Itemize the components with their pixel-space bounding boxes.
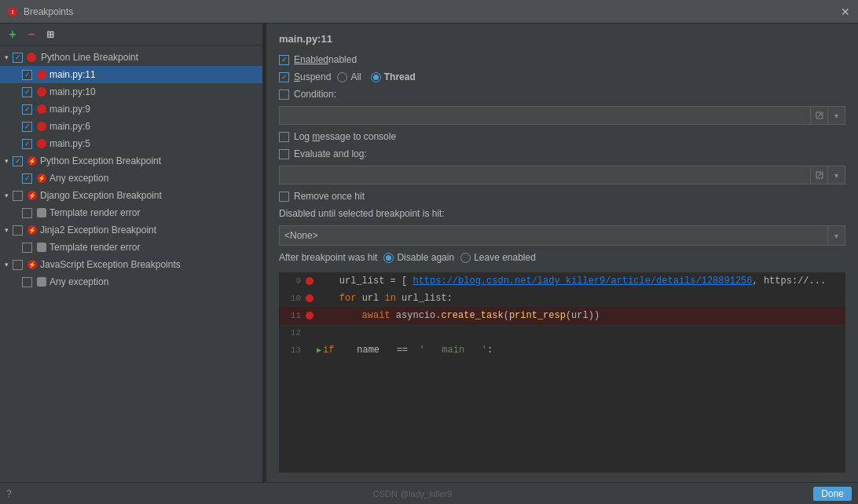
tree-item-main-py-11[interactable]: ✓ main.py:11	[0, 66, 262, 83]
tree-item-label: main.py:6	[50, 121, 90, 132]
expand-arrow: ▾	[2, 156, 11, 166]
evaluate-more-btn[interactable]: ▾	[828, 166, 845, 184]
radio-thread[interactable]: Thread	[371, 71, 416, 82]
tree-item-jinja2-exception-bp[interactable]: ▾ ⚡ Jinja2 Exception Breakpoint	[0, 221, 262, 239]
expand-arrow: ▾	[2, 260, 11, 269]
code-line-13: 13 ▶ if name == ' main ':	[279, 341, 845, 359]
remove-once-hit-row: Remove once hit	[279, 191, 845, 202]
tree-checkbox[interactable]: ✓	[22, 173, 32, 184]
bp-empty	[306, 329, 314, 337]
code-content: url_list = [ https://blog.csdn.net/lady_…	[317, 276, 826, 287]
tree-item-any-exception-1[interactable]: ✓ ⚡ Any exception	[0, 170, 262, 187]
group-button[interactable]: ⊞	[42, 27, 58, 42]
code-line-12: 12	[279, 324, 845, 341]
bp-dot-gray	[37, 243, 46, 252]
evaluate-log-checkbox[interactable]	[279, 149, 289, 159]
tree-item-main-py-6[interactable]: ✓ main.py:6	[0, 118, 262, 135]
done-button[interactable]: Done	[813, 487, 852, 501]
tree-item-template-render-2[interactable]: Template render error	[0, 239, 262, 256]
condition-input[interactable]	[279, 106, 811, 125]
radio-leave-enabled-label: Leave enabled	[474, 252, 536, 263]
right-panel: main.py:11 ✓ Enablednabled ✓ Suspend All	[266, 24, 858, 482]
suspend-checkbox[interactable]: ✓	[279, 72, 289, 82]
help-button[interactable]: ?	[6, 488, 12, 499]
tree-checkbox[interactable]	[22, 208, 32, 218]
tree-item-label: Template render error	[50, 207, 140, 218]
breakpoint-title: main.py:11	[279, 33, 845, 45]
after-hit-row: After breakpoint was hit Disable again L…	[279, 252, 845, 263]
select-dropdown-arrow[interactable]: ▾	[828, 225, 845, 246]
after-hit-label: After breakpoint was hit	[279, 252, 377, 263]
bp-dot	[37, 104, 46, 114]
tree-item-any-exception-2[interactable]: Any exception	[0, 273, 262, 290]
log-message-checkbox[interactable]	[279, 132, 289, 142]
tree-checkbox[interactable]	[22, 243, 32, 253]
tree-checkbox[interactable]: ✓	[13, 53, 23, 63]
evaluate-log-input-row: ▾	[279, 166, 845, 184]
bp-dot	[37, 87, 46, 97]
tree-checkbox[interactable]: ✓	[22, 122, 32, 132]
tree-checkbox[interactable]: ✓	[22, 70, 32, 80]
remove-breakpoint-button[interactable]: −	[24, 27, 39, 42]
tree-item-label: main.py:11	[50, 69, 96, 80]
enabled-checkbox[interactable]: ✓	[279, 55, 289, 65]
tree-item-javascript-exception-bps[interactable]: ▾ ⚡ JavaScript Exception Breakpoints	[0, 256, 262, 273]
tree-checkbox[interactable]	[13, 260, 23, 270]
condition-expand-btn[interactable]	[811, 106, 828, 125]
log-message-row: Log message to console	[279, 131, 845, 142]
breakpoint-indicator	[306, 312, 314, 320]
tree-checkbox[interactable]	[22, 277, 32, 287]
radio-leave-enabled[interactable]: Leave enabled	[460, 252, 536, 263]
bp-dot-gray	[37, 208, 46, 217]
tree-item-label: Any exception	[50, 276, 108, 287]
tree-checkbox[interactable]: ✓	[22, 104, 32, 115]
tree-checkbox[interactable]: ✓	[13, 156, 23, 166]
tree-item-python-exception-bp[interactable]: ▾ ✓ ⚡ Python Exception Breakpoint	[0, 152, 262, 170]
tree-item-main-py-10[interactable]: ✓ main.py:10	[0, 83, 262, 100]
radio-disable-again[interactable]: Disable again	[383, 252, 454, 263]
bp-dot-exception: ⚡	[28, 225, 37, 235]
bp-dot-exception: ⚡	[28, 156, 37, 166]
condition-checkbox[interactable]	[279, 89, 289, 100]
tree-checkbox[interactable]: ✓	[22, 139, 32, 149]
line-number: 11	[282, 311, 301, 320]
add-breakpoint-button[interactable]: +	[5, 27, 20, 42]
tree-checkbox[interactable]: ✓	[22, 87, 32, 97]
disabled-until-select-wrapper: <None> ▾	[279, 225, 845, 246]
line-number: 9	[282, 276, 301, 286]
disabled-until-select[interactable]: <None>	[279, 225, 828, 246]
tree-item-label: main.py:5	[50, 138, 90, 149]
tree-item-template-render-1[interactable]: Template render error	[0, 204, 262, 221]
evaluate-log-input[interactable]	[279, 166, 811, 184]
condition-row: Condition:	[279, 89, 845, 100]
radio-all[interactable]: All	[337, 71, 361, 82]
tree-item-python-line-bp[interactable]: ▾ ✓ Python Line Breakpoint	[0, 49, 262, 66]
tree-item-main-py-9[interactable]: ✓ main.py:9	[0, 100, 262, 118]
code-line-9: 9 url_list = [ https://blog.csdn.net/lad…	[279, 272, 845, 290]
tree-item-django-exception-bp[interactable]: ▾ ⚡ Django Exception Breakpoint	[0, 187, 262, 204]
tree-checkbox[interactable]	[13, 225, 23, 236]
tree-checkbox[interactable]	[13, 191, 23, 201]
condition-more-btn[interactable]: ▾	[828, 106, 845, 125]
evaluate-log-label: Evaluate and log:	[294, 148, 367, 159]
watermark: CSDN @lady_killer9	[373, 489, 452, 499]
bp-dot-red	[27, 53, 36, 62]
close-button[interactable]: ✕	[839, 5, 852, 18]
code-line-10: 10 for url in url_list:	[279, 290, 845, 307]
window-icon: !	[6, 5, 19, 18]
tree-item-label: Jinja2 Exception Breakpoint	[40, 225, 156, 236]
window: ! Breakpoints ✕ + − ⊞ ▾ ✓ Python L	[0, 0, 858, 504]
radio-leave-enabled-circle	[460, 253, 471, 263]
tree-item-main-py-5[interactable]: ✓ main.py:5	[0, 135, 262, 152]
bp-dot	[37, 139, 46, 148]
expand-arrow: ▾	[2, 53, 11, 62]
bp-dot-exception: ⚡	[28, 260, 37, 269]
remove-once-hit-checkbox[interactable]	[279, 192, 289, 202]
tree-item-label: Python Line Breakpoint	[41, 52, 138, 63]
suspend-row: ✓ Suspend All Thread	[279, 71, 845, 82]
tree-item-label: Python Exception Breakpoint	[40, 155, 161, 166]
evaluate-expand-btn[interactable]	[811, 166, 828, 184]
radio-all-label: All	[350, 71, 361, 82]
bp-empty	[306, 346, 314, 354]
expand-arrow: ▾	[2, 191, 11, 200]
